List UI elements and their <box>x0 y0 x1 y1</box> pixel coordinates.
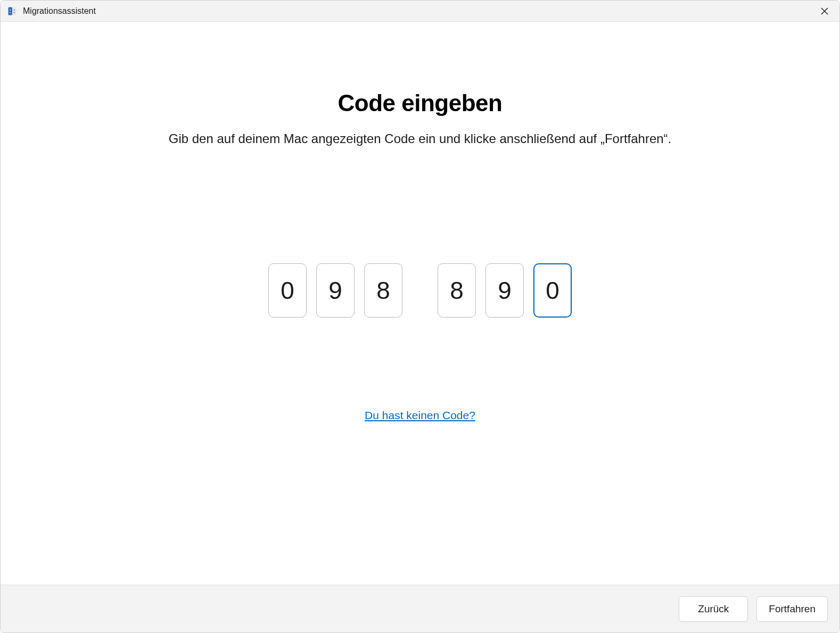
code-digit-3[interactable]: 8 <box>364 263 402 318</box>
close-button[interactable] <box>816 3 833 20</box>
svg-point-2 <box>10 9 11 10</box>
code-digit-5[interactable]: 9 <box>485 263 524 318</box>
code-digit-4[interactable]: 8 <box>438 263 476 318</box>
page-subtitle: Gib den auf deinem Mac angezeigten Code … <box>169 131 672 146</box>
svg-point-3 <box>14 9 15 10</box>
code-digit-1[interactable]: 0 <box>268 263 307 318</box>
continue-button[interactable]: Fortfahren <box>756 596 828 622</box>
code-digit-6[interactable]: 0 <box>533 263 572 318</box>
back-button[interactable]: Zurück <box>679 596 748 622</box>
page-title: Code eingeben <box>338 90 503 116</box>
footer: Zurück Fortfahren <box>1 585 839 632</box>
no-code-link[interactable]: Du hast keinen Code? <box>365 409 475 422</box>
code-digit-2[interactable]: 9 <box>316 263 355 318</box>
titlebar: Migrationsassistent <box>1 1 839 22</box>
code-group-2: 8 9 0 <box>438 263 572 318</box>
svg-rect-1 <box>12 7 17 15</box>
app-title: Migrationsassistent <box>23 6 96 16</box>
app-icon <box>7 6 18 16</box>
code-input-row: 0 9 8 8 9 0 <box>268 263 572 318</box>
code-group-1: 0 9 8 <box>268 263 402 318</box>
close-icon <box>821 7 828 15</box>
svg-rect-0 <box>9 7 13 15</box>
main-content: Code eingeben Gib den auf deinem Mac ang… <box>1 22 839 585</box>
